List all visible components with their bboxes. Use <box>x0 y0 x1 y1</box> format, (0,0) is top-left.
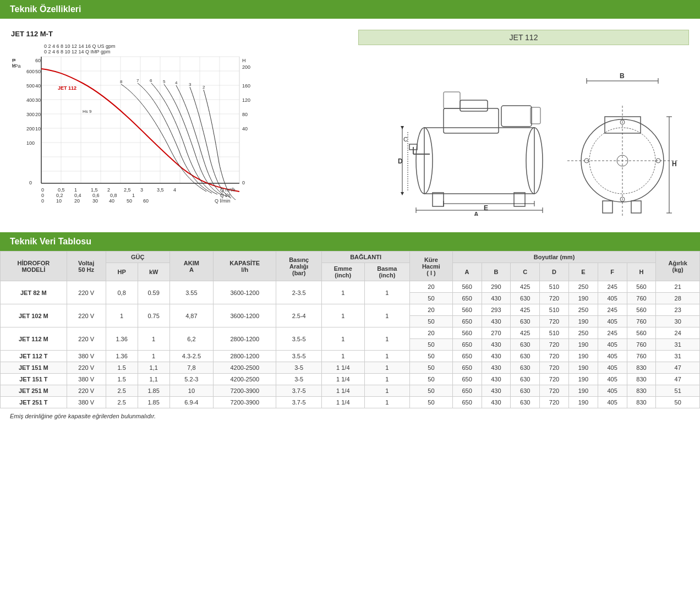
table-cell: 1 1/4 <box>322 362 365 374</box>
svg-rect-108 <box>631 201 641 213</box>
svg-text:E: E <box>484 204 488 212</box>
svg-text:60: 60 <box>143 198 149 204</box>
svg-text:500: 500 <box>26 83 35 89</box>
table-cell: 630 <box>511 385 540 397</box>
table-cell: 2800-1200 <box>214 351 276 362</box>
svg-text:40: 40 <box>109 198 114 204</box>
table-cell: 650 <box>452 351 482 362</box>
table-cell: 50 <box>410 385 453 397</box>
table-cell-model: JET 82 M <box>1 281 67 304</box>
svg-text:3: 3 <box>189 82 192 87</box>
svg-text:10: 10 <box>56 198 62 204</box>
table-cell: 405 <box>598 397 627 408</box>
svg-text:2,5: 2,5 <box>124 187 131 193</box>
table-cell: JET 151 M <box>1 362 67 374</box>
table-cell-voltaj: 220 V <box>67 304 106 327</box>
table-cell: 1,1 <box>138 362 169 374</box>
table-cell: 3.5-5 <box>276 351 322 362</box>
svg-text:7: 7 <box>136 78 139 83</box>
svg-text:1: 1 <box>74 187 77 193</box>
svg-text:0: 0 <box>29 180 32 185</box>
table-cell: 650 <box>452 374 482 385</box>
svg-rect-78 <box>433 193 444 206</box>
svg-text:20: 20 <box>74 198 80 204</box>
table-cell: JET 251 M <box>1 385 67 397</box>
col-header-kapasite: KAPASİTEl/h <box>214 252 276 281</box>
table-section-header: Teknik Veri Tablosu <box>0 232 700 251</box>
table-cell: 830 <box>627 397 656 408</box>
col-header-akim: AKIMA <box>169 252 214 281</box>
table-cell: 830 <box>627 362 656 374</box>
table-cell: 6.9-4 <box>169 397 214 408</box>
table-cell: 7,8 <box>169 362 214 374</box>
table-cell-emme: 1 <box>322 304 365 327</box>
col-header-boyutlar: Boyutlar (mm) <box>452 252 656 263</box>
table-cell: 50 <box>410 362 453 374</box>
svg-text:Q m³/h: Q m³/h <box>220 187 236 193</box>
table-cell: 51 <box>656 385 700 397</box>
svg-text:100: 100 <box>26 140 35 146</box>
table-cell: 1 1/4 <box>322 397 365 408</box>
table-cell-akim: 3.55 <box>169 281 214 304</box>
svg-text:D: D <box>398 157 403 165</box>
top-content: JET 112 M-T 0 2 4 6 8 10 12 14 16 Q US g… <box>0 19 700 221</box>
table-cell: 720 <box>540 397 569 408</box>
table-cell-hp: 0,8 <box>106 281 138 304</box>
table-cell-kw: 0.59 <box>138 281 169 304</box>
table-cell: 720 <box>540 385 569 397</box>
chart-x-imp-label: 0 2 4 6 8 10 12 14 Q IMP gpm <box>44 49 110 54</box>
svg-rect-76 <box>424 128 534 194</box>
table-cell-basma: 1 <box>364 281 410 304</box>
col-header-C: C <box>511 263 540 281</box>
svg-text:300: 300 <box>26 112 35 117</box>
table-cell: 3-5 <box>276 362 322 374</box>
table-cell: 405 <box>598 385 627 397</box>
table-cell: 630 <box>511 362 540 374</box>
svg-text:Q l/s: Q l/s <box>220 193 231 198</box>
table-cell: 5.2-3 <box>169 374 214 385</box>
col-header-kure: KüreHacmi( l ) <box>410 252 453 281</box>
table-cell: 10 <box>169 385 214 397</box>
table-cell: 405 <box>598 362 627 374</box>
diagram-title: JET 112 <box>358 30 689 45</box>
svg-text:60: 60 <box>35 58 41 63</box>
footnote: Emiş derinliğine göre kapasite eğrilerde… <box>0 408 700 424</box>
col-header-E: E <box>568 263 598 281</box>
chart-x-top-label: 0 2 4 6 8 10 12 14 16 Q US gpm <box>44 43 116 49</box>
table-cell: 1.85 <box>138 397 169 408</box>
svg-text:4: 4 <box>173 187 176 193</box>
table-cell: 630 <box>511 397 540 408</box>
table-cell-emme: 1 <box>322 281 365 304</box>
table-cell: 760 <box>627 351 656 362</box>
table-cell: 190 <box>568 385 598 397</box>
svg-text:40: 40 <box>242 126 248 132</box>
table-cell-hp: 1 <box>106 304 138 327</box>
table-cell: 4200-2500 <box>214 362 276 374</box>
table-cell-basinc: 2.5-4 <box>276 304 322 327</box>
table-cell: 405 <box>598 351 627 362</box>
table-cell-basma: 1 <box>364 327 410 351</box>
table-cell: 1 <box>364 351 410 362</box>
table-cell: 190 <box>568 362 598 374</box>
svg-text:0,5: 0,5 <box>58 187 65 193</box>
col-header-emme: Emme(inch) <box>322 263 365 281</box>
table-cell: 50 <box>410 351 453 362</box>
svg-text:0: 0 <box>41 193 44 198</box>
table-cell-basma: 1 <box>364 304 410 327</box>
table-cell: 50 <box>410 397 453 408</box>
table-cell: 830 <box>627 385 656 397</box>
table-cell: 31 <box>656 351 700 362</box>
table-cell: 190 <box>568 351 598 362</box>
hs-label: Hs 9 <box>83 109 92 114</box>
table-cell: 7200-3900 <box>214 397 276 408</box>
table-cell: 1 <box>322 351 365 362</box>
table-cell-voltaj: 220 V <box>67 327 106 351</box>
col-header-model: HİDROFORMODELİ <box>1 252 67 281</box>
table-cell: 430 <box>482 385 511 397</box>
chart-svg: 0 2 4 6 8 10 12 14 16 Q US gpm 0 2 4 6 8… <box>11 40 253 205</box>
svg-text:160: 160 <box>242 83 250 89</box>
table-cell: 630 <box>511 351 540 362</box>
table-cell: 190 <box>568 374 598 385</box>
svg-text:0,6: 0,6 <box>92 193 100 198</box>
header-title: Teknik Özellikleri <box>10 4 81 14</box>
